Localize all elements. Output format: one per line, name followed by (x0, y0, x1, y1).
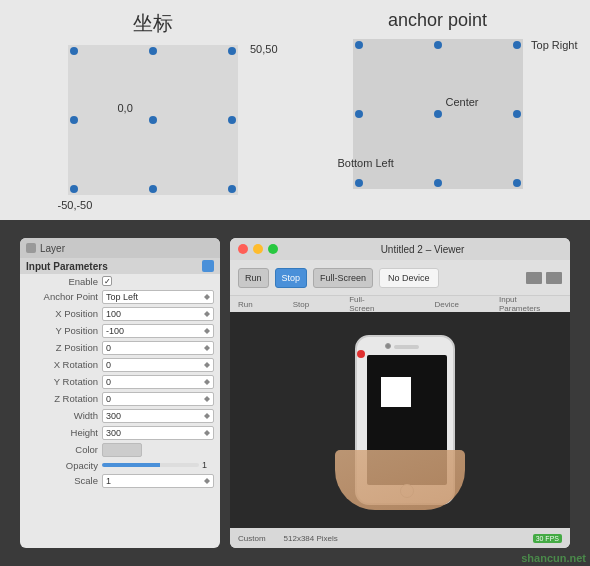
anchor-label-tr: Top Right (531, 39, 577, 51)
fullscreen-label: Full-Screen (349, 295, 374, 313)
anchor-dot-bl (355, 179, 363, 187)
stop-button[interactable]: Stop (275, 268, 308, 288)
width-down-arrow[interactable] (204, 416, 210, 419)
anchor-diagram: anchor point Top Right Center Bottom Lef… (305, 10, 570, 210)
anchor-point-stepper[interactable] (204, 294, 210, 300)
height-input[interactable]: 300 (102, 426, 214, 440)
scale-stepper[interactable] (204, 478, 210, 484)
anchor-point-label: Anchor Point (26, 291, 98, 302)
scale-input[interactable]: 1 (102, 474, 214, 488)
phone-camera (385, 343, 391, 349)
left-panel: Layer Input Parameters Enable ✓ Anchor P… (20, 238, 220, 548)
panel-header-icon (26, 243, 36, 253)
viewer-window: Untitled 2 – Viewer Run Stop Full-Screen… (230, 238, 570, 548)
viewer-toolbar: Run Stop Full-Screen No Device (230, 260, 570, 296)
coord-title: 坐标 (133, 10, 173, 37)
bottom-section: Layer Input Parameters Enable ✓ Anchor P… (0, 220, 590, 566)
minimize-button[interactable] (253, 244, 263, 254)
color-swatch[interactable] (102, 443, 142, 457)
height-value: 300 (106, 428, 121, 438)
no-device-button[interactable]: No Device (379, 268, 439, 288)
anchor-dot-tc (434, 41, 442, 49)
x-down-arrow[interactable] (204, 314, 210, 317)
zrot-down-arrow[interactable] (204, 399, 210, 402)
x-pos-stepper[interactable] (204, 311, 210, 317)
opacity-slider[interactable] (102, 463, 199, 467)
anchor-dot-tr (513, 41, 521, 49)
watermark-text2: .net (566, 552, 586, 564)
y-down-arrow[interactable] (204, 331, 210, 334)
coord-dot-bc (149, 185, 157, 193)
y-pos-value: -100 (106, 326, 124, 336)
enable-label: Enable (26, 276, 98, 287)
anchor-dot-tl (355, 41, 363, 49)
enable-checkbox[interactable]: ✓ (102, 276, 112, 286)
y-rot-stepper[interactable] (204, 379, 210, 385)
z-rot-value: 0 (106, 394, 111, 404)
coord-dot-tl (70, 47, 78, 55)
x-rot-stepper[interactable] (204, 362, 210, 368)
opacity-value: 1 (202, 460, 214, 470)
param-row-color: Color (20, 441, 220, 458)
opacity-label: Opacity (26, 460, 98, 471)
z-rot-stepper[interactable] (204, 396, 210, 402)
panel-collapse-btn[interactable] (202, 260, 214, 272)
coord-label-tr: 50,50 (250, 43, 278, 55)
panel-section-label: Input Parameters (26, 261, 108, 272)
y-pos-stepper[interactable] (204, 328, 210, 334)
param-row-opacity: Opacity 1 (20, 458, 220, 472)
coord-dot-ml (70, 116, 78, 124)
anchor-point-input[interactable]: Top Left (102, 290, 214, 304)
status-custom[interactable]: Custom (238, 534, 266, 543)
coord-diagram: 坐标 50,50 0,0 -50,-50 (20, 10, 285, 210)
close-button[interactable] (238, 244, 248, 254)
x-rot-input[interactable]: 0 (102, 358, 214, 372)
watermark-text1: shancun (521, 552, 566, 564)
maximize-button[interactable] (268, 244, 278, 254)
width-label: Width (26, 410, 98, 421)
fullscreen-button[interactable]: Full-Screen (313, 268, 373, 288)
z-pos-label: Z Position (26, 342, 98, 353)
height-stepper[interactable] (204, 430, 210, 436)
input-params-tab-label[interactable]: Input Parameters (499, 295, 540, 313)
x-rot-value: 0 (106, 360, 111, 370)
scale-down-arrow[interactable] (204, 481, 210, 484)
anchor-box: Top Right Center Bottom Left (353, 39, 523, 189)
param-row-scale: Scale 1 (20, 472, 220, 489)
watermark: shancun.net (521, 552, 586, 564)
anchor-label-center: Center (446, 96, 479, 108)
y-rot-input[interactable]: 0 (102, 375, 214, 389)
z-down-arrow[interactable] (204, 348, 210, 351)
y-rot-value: 0 (106, 377, 111, 387)
param-row-yrot: Y Rotation 0 (20, 373, 220, 390)
z-pos-stepper[interactable] (204, 345, 210, 351)
coord-dot-tr (228, 47, 236, 55)
z-pos-input[interactable]: 0 (102, 341, 214, 355)
opacity-slider-container: 1 (102, 460, 214, 470)
anchor-down-arrow[interactable] (204, 297, 210, 300)
param-row-x: X Position 100 (20, 305, 220, 322)
width-input[interactable]: 300 (102, 409, 214, 423)
coord-label-bl: -50,-50 (58, 199, 93, 211)
toolbar-section-labels: Run Stop Full-Screen Device Input Parame… (230, 296, 570, 312)
xrot-down-arrow[interactable] (204, 365, 210, 368)
run-label: Run (238, 300, 253, 309)
coord-dot-tc (149, 47, 157, 55)
y-pos-input[interactable]: -100 (102, 324, 214, 338)
coord-dot-br (228, 185, 236, 193)
width-stepper[interactable] (204, 413, 210, 419)
top-section: 坐标 50,50 0,0 -50,-50 anchor point (0, 0, 590, 220)
run-button[interactable]: Run (238, 268, 269, 288)
anchor-title: anchor point (388, 10, 487, 31)
x-pos-input[interactable]: 100 (102, 307, 214, 321)
z-rot-input[interactable]: 0 (102, 392, 214, 406)
anchor-dot-ml (355, 110, 363, 118)
anchor-dot-center (434, 110, 442, 118)
anchor-label-bl: Bottom Left (338, 157, 394, 169)
height-down-arrow[interactable] (204, 433, 210, 436)
phone-speaker (394, 345, 419, 349)
anchor-dot-br (513, 179, 521, 187)
yrot-down-arrow[interactable] (204, 382, 210, 385)
param-row-enable: Enable ✓ (20, 274, 220, 288)
x-rot-label: X Rotation (26, 359, 98, 370)
